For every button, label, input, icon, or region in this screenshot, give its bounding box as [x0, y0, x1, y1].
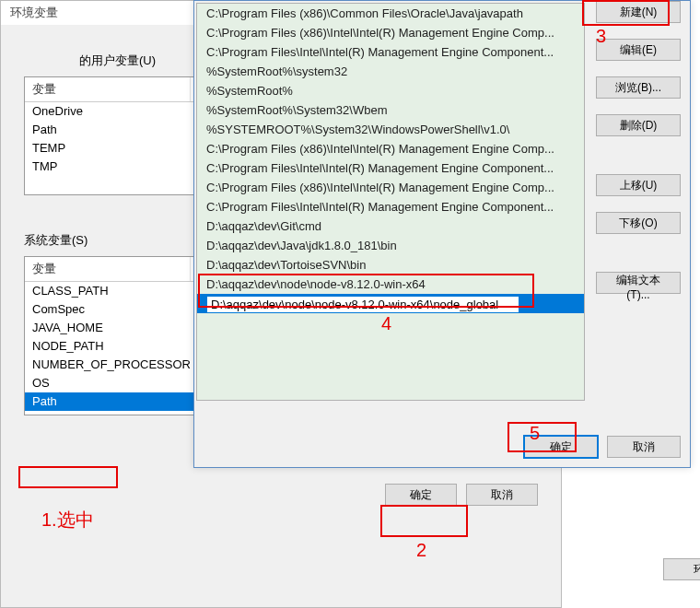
var-name: OneDrive	[25, 102, 191, 121]
dialog-bottom-buttons: 确定 取消	[1, 484, 538, 506]
path-entry[interactable]: D:\aqqaz\dev\node\node-v8.12.0-win-x64\n…	[197, 294, 584, 313]
path-entry[interactable]: C:\Program Files (x86)\Common Files\Orac…	[197, 4, 584, 23]
path-cancel-button[interactable]: 取消	[607, 436, 681, 458]
path-entry[interactable]: %SystemRoot%\system32	[197, 62, 584, 81]
path-entry[interactable]: D:\aqqaz\dev\Git\cmd	[197, 216, 584, 236]
path-new-button[interactable]: 新建(N)	[596, 1, 681, 23]
path-browse-button[interactable]: 浏览(B)...	[596, 76, 681, 99]
path-entry[interactable]: D:\aqqaz\dev\node\node-v8.12.0-win-x64	[197, 275, 584, 294]
ok-button[interactable]: 确定	[385, 484, 457, 506]
partial-button[interactable]: 环	[663, 558, 700, 580]
path-entry[interactable]: D:\aqqaz\dev\Java\jdk1.8.0_181\bin	[197, 236, 584, 255]
path-bottom-buttons: 确定 取消	[524, 436, 681, 458]
path-entry[interactable]: C:\Program Files\Intel\Intel(R) Manageme…	[197, 197, 584, 216]
path-entry[interactable]: D:\aqqaz\dev\TortoiseSVN\bin	[197, 255, 584, 275]
cancel-button[interactable]: 取消	[466, 484, 538, 506]
var-name: NODE_PATH	[25, 337, 191, 356]
path-edit-button[interactable]: 编辑(E)	[596, 39, 681, 61]
path-entry[interactable]: C:\Program Files (x86)\Intel\Intel(R) Ma…	[197, 178, 584, 197]
path-entry[interactable]: C:\Program Files\Intel\Intel(R) Manageme…	[197, 42, 584, 62]
partial-right-panel: 环	[663, 558, 700, 580]
path-entry[interactable]: %SYSTEMROOT%\System32\WindowsPowerShell\…	[197, 120, 584, 139]
var-name: CLASS_PATH	[25, 282, 191, 300]
var-name: JAVA_HOME	[25, 319, 191, 337]
path-entry[interactable]: %SystemRoot%	[197, 81, 584, 100]
path-entry[interactable]: C:\Program Files (x86)\Intel\Intel(R) Ma…	[197, 139, 584, 158]
var-name: OS	[25, 374, 191, 392]
var-name: Path	[25, 121, 191, 139]
var-name: ComSpec	[25, 300, 191, 319]
var-name: TMP	[25, 158, 191, 176]
annotation-label-1: 1.选中	[41, 508, 94, 532]
path-side-buttons: 新建(N) 编辑(E) 浏览(B)... 删除(D) 上移(U) 下移(O) 编…	[587, 1, 690, 467]
path-moveup-button[interactable]: 上移(U)	[596, 174, 681, 196]
col-name[interactable]: 变量	[25, 77, 191, 101]
path-delete-button[interactable]: 删除(D)	[596, 114, 681, 136]
annotation-label-5: 5	[530, 423, 540, 444]
path-entry[interactable]: C:\Program Files\Intel\Intel(R) Manageme…	[197, 158, 584, 178]
path-entry[interactable]: %SystemRoot%\System32\Wbem	[197, 100, 584, 120]
path-entries-list[interactable]: C:\Program Files (x86)\Common Files\Orac…	[196, 3, 585, 401]
var-name: Path	[25, 392, 191, 411]
path-entry[interactable]: C:\Program Files (x86)\Intel\Intel(R) Ma…	[197, 23, 584, 42]
annotation-label-3: 3	[596, 26, 606, 47]
path-movedown-button[interactable]: 下移(O)	[596, 212, 681, 234]
path-edittext-button[interactable]: 编辑文本(T)...	[596, 272, 681, 294]
path-editor-dialog: C:\Program Files (x86)\Common Files\Orac…	[193, 0, 691, 468]
annotation-label-4: 4	[381, 313, 391, 334]
annotation-label-2: 2	[416, 540, 426, 561]
var-name: NUMBER_OF_PROCESSORS	[25, 356, 191, 374]
col-name[interactable]: 变量	[25, 257, 191, 281]
var-name: TEMP	[25, 139, 191, 158]
